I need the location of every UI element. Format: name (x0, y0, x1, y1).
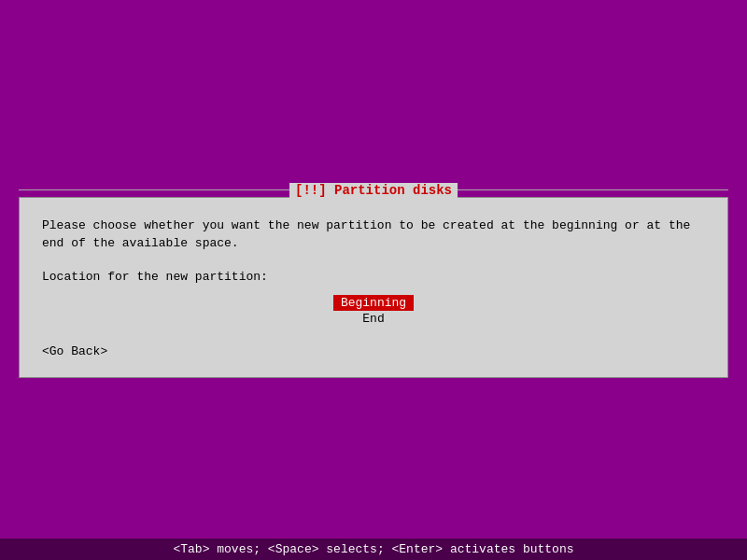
go-back-button[interactable]: <Go Back> (42, 344, 107, 358)
bottom-bar-text: <Tab> moves; <Space> selects; <Enter> ac… (173, 542, 573, 556)
dialog-title-bar: [!!] Partition disks (19, 183, 728, 198)
body-line1: Please choose whether you want the new p… (42, 217, 705, 235)
title-line-left (19, 189, 289, 190)
options-container: Beginning End (42, 295, 705, 327)
dialog-body: Please choose whether you want the new p… (42, 217, 705, 253)
bottom-bar: <Tab> moves; <Space> selects; <Enter> ac… (0, 539, 747, 560)
option-end[interactable]: End (355, 311, 391, 327)
dialog-title: [!!] Partition disks (289, 183, 458, 198)
dialog-wrapper: [!!] Partition disks Please choose wheth… (19, 183, 728, 378)
option-beginning[interactable]: Beginning (333, 295, 414, 311)
body-line2: end of the available space. (42, 234, 705, 253)
location-label: Location for the new partition: (42, 270, 705, 284)
dialog-box: Please choose whether you want the new p… (19, 197, 728, 378)
title-line-right (458, 189, 728, 190)
